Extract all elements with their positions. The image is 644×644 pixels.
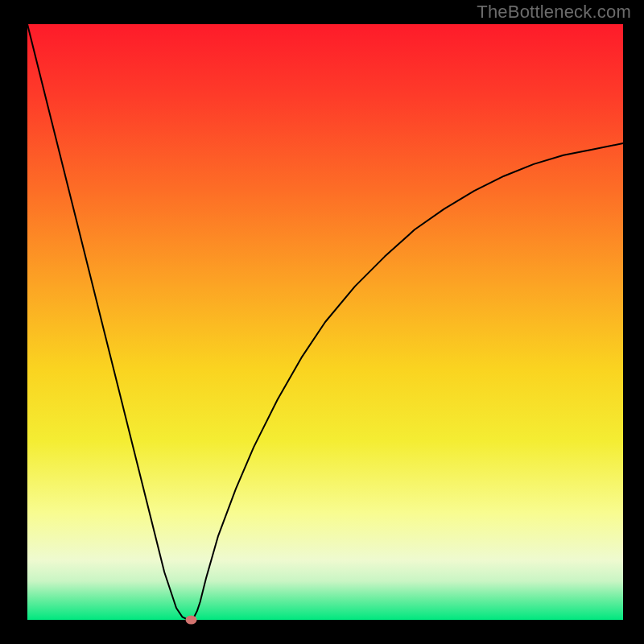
bottleneck-chart <box>0 0 644 644</box>
watermark-text: TheBottleneck.com <box>477 2 631 23</box>
optimum-marker <box>186 616 197 625</box>
chart-frame: TheBottleneck.com <box>0 0 644 644</box>
